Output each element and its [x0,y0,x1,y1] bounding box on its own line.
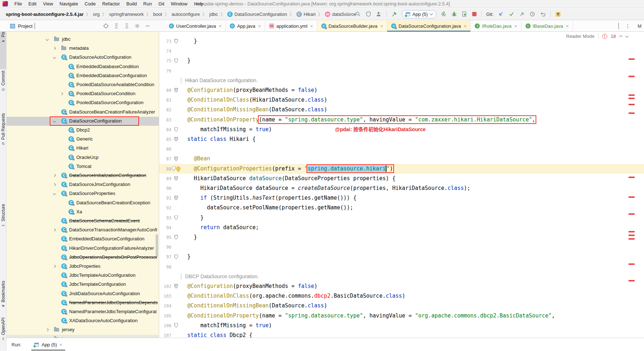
chevron-collapsed-icon[interactable] [53,183,56,186]
code-line[interactable]: 96 [159,242,644,252]
editor-tab[interactable]: IIBaseDao.java× [522,21,573,31]
code-line[interactable]: 98 [159,262,644,272]
code-text[interactable]: @ConditionalOnProperty(name = "spring.da… [181,115,644,125]
tree-item[interactable]: CHikari [6,144,159,153]
code-line[interactable]: 106 matchIfMissing = true) [159,321,644,330]
error-stripe-mark[interactable] [629,98,635,99]
tree-item[interactable]: CGeneric [6,135,159,144]
doc-comment-line[interactable]: Hikari DataSource configuration. [159,76,644,85]
breadcrumb-item[interactable]: spring-boot-autoconfigure-2.5.4.jar [5,12,84,17]
code-line[interactable]: 74 [159,46,644,56]
code-text[interactable]: matchIfMissing = true)@pdai: 按条件初始化Hikar… [181,125,644,134]
code-line[interactable]: 95 } [159,232,644,242]
maven-tool-window-tab[interactable]: M [638,21,641,32]
close-icon[interactable]: × [566,23,569,29]
code-line[interactable]: 104 @ConditionalOnMissingBean(DataSource… [159,301,644,311]
code-text[interactable] [181,242,644,252]
code-text[interactable]: @Bean [181,154,644,164]
tree-item[interactable]: CHikariDriverConfigurationFailureAnalyze… [6,244,159,253]
tree-item[interactable]: CDbcp2 [6,126,159,135]
user-dropdown-icon[interactable] [376,11,382,17]
code-text[interactable]: @ConditionalOnClass(HikariDataSource.cla… [181,95,644,105]
sidebar-item-bookmarks[interactable]: Bookmarks⚑ [0,279,6,315]
code-line[interactable]: 103 @ConditionalOnClass(org.apache.commo… [159,291,644,301]
next-error-icon[interactable] [625,34,629,37]
fold-marker-icon[interactable] [174,284,178,289]
breadcrumb-item[interactable]: boot [152,12,163,17]
breadcrumb-item[interactable]: CDataSourceConfiguration [227,12,288,17]
rerun-icon[interactable] [441,11,447,17]
code-text[interactable]: } [181,213,644,223]
code-text[interactable]: @Configuration(proxyBeanMethods = false) [181,281,644,291]
code-line[interactable]: 105 @ConditionalOnProperty(name = "sprin… [159,311,644,321]
tree-item[interactable]: CPooledDataSourceCondition [6,89,159,98]
breadcrumb-item[interactable]: org [92,12,100,17]
git-commit-icon[interactable] [509,11,514,17]
code-text[interactable] [181,144,644,154]
code-line[interactable]: 87 @Bean [159,154,644,164]
error-stripe-mark[interactable] [629,94,635,96]
code-line[interactable]: 84 matchIfMissing = true)@pdai: 按条件初始化Hi… [159,125,644,134]
menu-item-run[interactable]: Run [140,0,155,8]
code-text[interactable]: } [181,232,644,242]
code-line[interactable]: 83 @ConditionalOnProperty(name = "spring… [159,115,644,125]
sidebar-item-openapi[interactable]: OpenAPI# [0,316,6,351]
tree-item[interactable]: CDataSourceJmxConfiguration [6,180,159,189]
fold-marker-icon[interactable] [174,39,178,44]
code-text[interactable]: @ConditionalOnClass(org.apache.commons.d… [181,291,644,301]
chevron-expanded-icon[interactable] [53,192,56,195]
fold-marker-icon[interactable] [174,137,178,142]
error-stripe-mark[interactable] [629,213,635,215]
code-text[interactable]: @ConfigurationProperties(prefix = "sprin… [181,164,644,174]
tree-item[interactable]: COracleUcp [6,153,159,162]
tree-item[interactable]: metadata [6,44,159,53]
menu-item-edit[interactable]: Edit [25,0,40,8]
close-icon[interactable]: × [464,23,467,29]
menu-item-refactor[interactable]: Refactor [99,0,123,8]
error-stripe-mark[interactable] [629,177,635,178]
close-icon[interactable]: × [59,342,62,347]
fold-marker-icon[interactable] [174,88,178,93]
code-text[interactable]: } [181,252,644,262]
git-update-icon[interactable] [498,11,504,17]
code-line[interactable]: 85 static class Hikari { [159,134,644,144]
run-config-selector[interactable]: App (5) [402,10,436,18]
editor-tab[interactable]: YMLapplication.yml× [265,21,317,31]
intention-bulb-icon[interactable] [176,166,180,171]
menu-item-navigate[interactable]: Navigate [56,0,81,8]
error-stripe-mark[interactable] [629,196,635,198]
code-line[interactable]: 92 dataSource.setPoolName(properties.get… [159,203,644,213]
close-icon[interactable]: × [514,23,517,29]
error-stripe-mark[interactable] [629,280,635,281]
tree-item[interactable]: CDataSourceAutoConfiguration [6,53,159,62]
code-text[interactable]: if (StringUtils.hasText(properties.getNa… [181,193,644,203]
code-text[interactable]: static class Hikari { [181,134,644,144]
tree-item[interactable]: CTomcat [6,162,159,171]
code-line[interactable]: 91 if (StringUtils.hasText(properties.ge… [159,193,644,203]
code-line[interactable]: 93 } [159,213,644,223]
search-everywhere-icon[interactable] [355,11,361,17]
code-text[interactable] [181,46,644,56]
project-panel-title[interactable]: Project [18,23,32,29]
code-line[interactable]: 97 } [159,252,644,262]
code-text[interactable] [181,262,644,272]
tree-item[interactable]: CEmbeddedDataSourceConfiguration [6,235,159,244]
menu-item-git[interactable]: Git [155,0,168,8]
tree-item[interactable]: CDataSourceInitializationConfiguration [6,171,159,180]
menu-item-view[interactable]: View [40,0,56,8]
code-line[interactable]: 75 } [159,56,644,66]
editor-tab[interactable]: CDataSourceConfiguration.java× [387,21,471,31]
code-text[interactable] [181,66,644,76]
tree-item[interactable]: CJdbcOperationsDependsOnPostProcessor [6,253,159,262]
error-stripe-mark[interactable] [629,112,635,114]
chevron-collapsed-icon[interactable] [53,265,56,268]
code-line[interactable]: 102 @Configuration(proxyBeanMethods = fa… [159,281,644,291]
fold-marker-icon[interactable] [174,323,178,328]
chevron-collapsed-icon[interactable] [53,47,56,50]
run-tab[interactable]: App (5) × [31,338,65,351]
previous-error-icon[interactable] [619,35,623,39]
breadcrumb-item[interactable]: springframework [108,12,144,17]
tree-item[interactable]: CDataSourceBeanCreationException [6,199,159,208]
code-line[interactable]: 80 @Configuration(proxyBeanMethods = fal… [159,85,644,95]
code-text[interactable]: HikariDataSource dataSource = createData… [181,183,644,193]
